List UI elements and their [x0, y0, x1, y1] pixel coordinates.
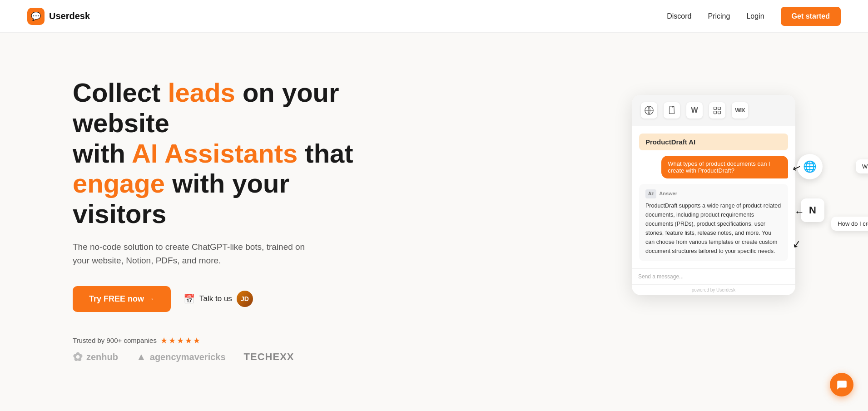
company-logos-row: ✿ zenhub ▲ agencymavericks TECHEXX [73, 350, 354, 364]
nav-pricing[interactable]: Pricing [708, 12, 730, 20]
hero-section: Collect leads on your website with AI As… [0, 33, 868, 411]
hero-title-leads: leads [168, 78, 235, 107]
hero-actions: Try FREE now → 📅 Talk to us JD [73, 286, 354, 312]
svg-rect-1 [714, 107, 717, 109]
logo-zenhub: ✿ zenhub [73, 350, 118, 364]
tooltip-what-is-userdesk: What is Userdesk? [856, 159, 868, 173]
logo-agencymavericks: ▲ agencymavericks [136, 351, 226, 363]
star-rating: ★★★★★ [160, 336, 201, 346]
nav-links: Discord Pricing Login Get started [667, 7, 841, 26]
chat-footer-brand: powered by Userdesk [632, 284, 795, 295]
hero-title-ai: AI Assistants [132, 139, 298, 168]
chat-answer-label: Az Answer [645, 189, 782, 198]
answer-badge: Az [645, 189, 656, 198]
platform-squarespace [709, 102, 725, 119]
chat-assistant-name: ProductDraft AI [639, 134, 788, 150]
chat-body: ProductDraft AI What types of product do… [632, 126, 795, 268]
chat-input-placeholder: Send a message... [638, 273, 684, 280]
notion-letter-icon: N [809, 204, 816, 216]
zenhub-icon: ✿ [73, 350, 83, 364]
tooltip-how-to-create: How do I create an AI Chatbot? [831, 217, 868, 231]
chat-answer-block: Az Answer ProductDraft supports a wide r… [639, 184, 788, 261]
platforms-bar: W WIX [632, 95, 795, 126]
hero-title-collect: Collect [73, 78, 168, 107]
chat-input-bar[interactable]: Send a message... [632, 268, 795, 284]
get-started-button[interactable]: Get started [781, 7, 841, 26]
calendar-icon: 📅 [184, 293, 195, 304]
hero-title-that: that [298, 139, 353, 168]
platform-wordpress [641, 102, 657, 119]
platform-shopify [664, 102, 680, 119]
arrow-2: ← [794, 206, 804, 218]
trusted-section: Trusted by 900+ companies ★★★★★ ✿ zenhub… [73, 336, 354, 364]
trusted-text: Trusted by 900+ companies ★★★★★ [73, 336, 354, 346]
svg-rect-2 [718, 107, 721, 109]
chat-fab-button[interactable] [830, 373, 853, 396]
chat-widget: W WIX ProductDraft AI What types of prod… [632, 95, 795, 295]
navbar: 💬 Userdesk Discord Pricing Login Get sta… [0, 0, 868, 33]
avatar: JD [237, 291, 253, 307]
www-globe-icon: 🌐 [803, 160, 817, 173]
logo-icon: 💬 [27, 8, 45, 25]
hero-title: Collect leads on your website with AI As… [73, 78, 354, 229]
talk-to-us-link[interactable]: 📅 Talk to us JD [184, 291, 253, 307]
logo-link[interactable]: 💬 Userdesk [27, 8, 90, 25]
agency-chevron-icon: ▲ [136, 351, 146, 363]
hero-right: W WIX ProductDraft AI What types of prod… [623, 95, 813, 358]
try-free-button[interactable]: Try FREE now → [73, 286, 171, 312]
nav-discord[interactable]: Discord [667, 12, 691, 20]
nav-login[interactable]: Login [746, 12, 764, 20]
svg-rect-3 [714, 111, 717, 114]
logo-text: Userdesk [49, 11, 90, 21]
platform-wix: WIX [732, 102, 748, 119]
arrow-3: ↙ [792, 238, 802, 251]
svg-rect-4 [718, 111, 721, 114]
zenhub-label: zenhub [86, 352, 118, 362]
hero-content-left: Collect leads on your website with AI As… [73, 78, 354, 375]
hero-subtitle: The no-code solution to create ChatGPT-l… [73, 240, 309, 268]
platform-webflow: W [686, 102, 703, 119]
hero-title-engage: engage [73, 168, 165, 198]
logo-techexx: TECHEXX [244, 351, 294, 363]
hero-title-with: with [73, 139, 132, 168]
chat-answer-text: ProductDraft supports a wide range of pr… [645, 201, 782, 256]
techexx-label: TECHEXX [244, 351, 294, 363]
talk-to-us-label: Talk to us [199, 294, 232, 303]
agencymavericks-label: agencymavericks [150, 352, 226, 362]
chat-user-message: What types of product documents can I cr… [661, 156, 788, 178]
